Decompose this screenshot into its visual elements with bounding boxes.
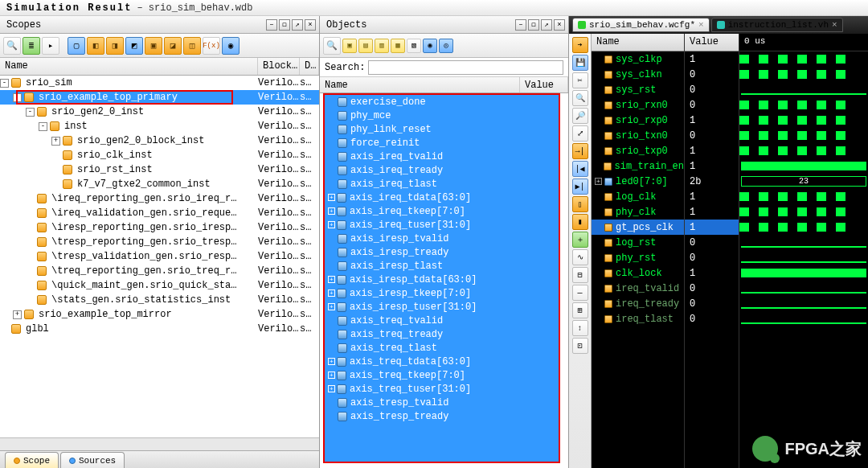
wv-zoom-out-icon[interactable]: 🔎 [572, 108, 588, 124]
expander-icon[interactable]: + [328, 372, 335, 379]
object-row[interactable]: +axis_ireq_tdata[63:0] [325, 191, 559, 204]
expander-icon[interactable]: - [0, 79, 9, 88]
object-row[interactable]: +axis_treq_tuser[31:0] [325, 382, 559, 396]
signal-row[interactable]: clk_lock [592, 265, 684, 281]
tree-row[interactable]: glblVerilo…s… [0, 322, 319, 336]
signal-row[interactable]: sys_clkn [592, 67, 684, 82]
wv-marker-icon[interactable]: ▯ [572, 196, 588, 212]
hierarchy-icon[interactable]: ≣ [23, 37, 40, 55]
close-icon[interactable]: × [554, 19, 565, 31]
tree-row[interactable]: \treq_reporting_gen.srio_treq_r…Verilo…s… [0, 264, 319, 278]
wv-step-icon[interactable]: →| [572, 143, 588, 159]
object-row[interactable]: +axis_ireq_tuser[31:0] [325, 218, 559, 232]
wv-prev-icon[interactable]: |◀ [572, 161, 588, 177]
signal-row[interactable]: srio_rxn0 [592, 97, 684, 113]
col-block[interactable]: Block… [258, 58, 300, 75]
collapse-icon[interactable]: ▸ [42, 37, 59, 55]
object-row[interactable]: axis_iresp_tready [325, 245, 559, 259]
signal-row[interactable]: ireq_tready [592, 296, 684, 311]
object-row[interactable]: axis_iresp_tlast [325, 259, 559, 273]
tab-sources[interactable]: Sources [60, 452, 125, 468]
obj-filter5-icon[interactable]: ▧ [407, 39, 421, 53]
tree-row[interactable]: \tresp_validation_gen.srio_resp…Verilo…s… [0, 249, 319, 264]
object-row[interactable]: axis_tresp_tready [325, 409, 559, 423]
tree-row[interactable]: \quick_maint_gen.srio_quick_sta…Verilo…s… [0, 278, 319, 293]
expander-icon[interactable]: + [595, 178, 602, 185]
signal-row[interactable]: srio_rxp0 [592, 113, 684, 128]
fx-icon[interactable]: F(x) [203, 37, 220, 55]
maximize-icon[interactable]: ↗ [541, 19, 552, 31]
signal-row[interactable]: gt_pcs_clk [592, 220, 684, 235]
obj-col-value[interactable]: Value [520, 77, 568, 92]
object-row[interactable]: force_reinit [325, 136, 559, 150]
wv-group-icon[interactable]: ⊟ [572, 267, 588, 283]
signal-row[interactable]: ireq_tlast [592, 311, 684, 326]
search-icon[interactable]: 🔍 [323, 37, 341, 55]
wv-bus-icon[interactable]: ⊡ [572, 338, 588, 354]
expander-icon[interactable]: - [13, 93, 22, 102]
signal-row[interactable]: sys_rst [592, 82, 684, 97]
tree-row[interactable]: +srio_example_top_mirrorVerilo…s… [0, 307, 319, 322]
wave-name-header[interactable]: Name [592, 34, 684, 51]
wave-plot[interactable]: 0 us 23 [739, 34, 868, 468]
object-row[interactable]: axis_treq_tvalid [325, 314, 559, 327]
tree-row[interactable]: -instVerilo…s… [0, 119, 319, 133]
wv-zoom-fit-icon[interactable]: ⤢ [572, 125, 588, 142]
signal-row[interactable]: ireq_tvalid [592, 281, 684, 296]
obj-col-name[interactable]: Name [320, 77, 520, 92]
object-row[interactable]: +axis_ireq_tkeep[7:0] [325, 204, 559, 218]
expander-icon[interactable]: + [328, 194, 335, 201]
objects-list[interactable]: exercise_donephy_mcephy_link_resetforce_… [323, 93, 560, 463]
tree-row[interactable]: -srio_example_top_primaryVerilo…s… [0, 90, 319, 105]
signal-row[interactable]: sys_clkp [592, 51, 684, 67]
minimize-icon[interactable]: – [266, 19, 277, 31]
wv-next-icon[interactable]: ▶| [572, 179, 588, 195]
obj-filter7-icon[interactable]: ◎ [439, 39, 453, 53]
object-row[interactable]: axis_iresp_tvalid [325, 232, 559, 245]
expander-icon[interactable]: + [13, 310, 22, 319]
expander-icon[interactable]: + [328, 276, 335, 283]
scopes-tree[interactable]: -srio_simVerilo…s…-srio_example_top_prim… [0, 76, 319, 437]
tree-row[interactable]: srio_clk_instVerilo…s… [0, 148, 319, 162]
object-row[interactable]: axis_ireq_tready [325, 163, 559, 177]
tree-row[interactable]: srio_rst_instVerilo…s… [0, 162, 319, 177]
tree-row[interactable]: \ireq_reporting_gen.srio_ireq_r…Verilo…s… [0, 191, 319, 206]
object-row[interactable]: phy_link_reset [325, 122, 559, 136]
restore-icon[interactable]: ◻ [528, 19, 539, 31]
signal-row[interactable]: sim_train_en [592, 158, 684, 174]
filter8-icon[interactable]: ◉ [222, 37, 240, 55]
wv-cut-icon[interactable]: ✂ [572, 72, 588, 88]
obj-filter2-icon[interactable]: ▤ [358, 39, 373, 53]
tree-row[interactable]: \iresp_reporting_gen.srio_iresp…Verilo…s… [0, 220, 319, 235]
object-row[interactable]: axis_treq_tready [325, 327, 559, 341]
tab-scope[interactable]: Scope [5, 452, 59, 468]
wv-arrow-icon[interactable]: ➔ [572, 37, 588, 53]
signal-row[interactable]: log_clk [592, 189, 684, 204]
obj-filter4-icon[interactable]: ▦ [391, 39, 405, 53]
wave-tab[interactable]: instruction_list.vh × [711, 18, 843, 32]
restore-icon[interactable]: ◻ [279, 19, 290, 31]
close-tab-icon[interactable]: × [832, 20, 837, 30]
close-tab-icon[interactable]: × [698, 20, 704, 30]
object-row[interactable]: +axis_treq_tkeep[7:0] [325, 368, 559, 382]
expander-icon[interactable]: - [26, 108, 35, 117]
filter4-icon[interactable]: ◩ [125, 37, 143, 55]
signal-value-list[interactable]: 100010112b111001000 [685, 51, 739, 468]
wv-marker2-icon[interactable]: ▮ [572, 214, 588, 230]
wv-virtual-icon[interactable]: ⊞ [572, 302, 588, 318]
signal-row[interactable]: phy_clk [592, 204, 684, 220]
tree-row[interactable]: \ireq_validation_gen.srio_reque…Verilo…s… [0, 206, 319, 220]
maximize-icon[interactable]: ↗ [292, 19, 303, 31]
search-input[interactable] [368, 60, 563, 75]
col-d[interactable]: D… [300, 58, 319, 75]
scroll-stub[interactable] [0, 437, 319, 450]
filter2-icon[interactable]: ◧ [87, 37, 104, 55]
wv-reverse-icon[interactable]: ↕ [572, 320, 588, 336]
object-row[interactable]: +axis_iresp_tuser[31:0] [325, 300, 559, 314]
tree-row[interactable]: \tresp_reporting_gen.srio_tresp…Verilo…s… [0, 235, 319, 249]
tree-row[interactable]: -srio_simVerilo…s… [0, 76, 319, 90]
object-row[interactable]: axis_ireq_tvalid [325, 150, 559, 163]
expander-icon[interactable]: + [328, 221, 335, 228]
obj-filter1-icon[interactable]: ▣ [342, 39, 357, 53]
expander-icon[interactable]: + [328, 207, 335, 215]
